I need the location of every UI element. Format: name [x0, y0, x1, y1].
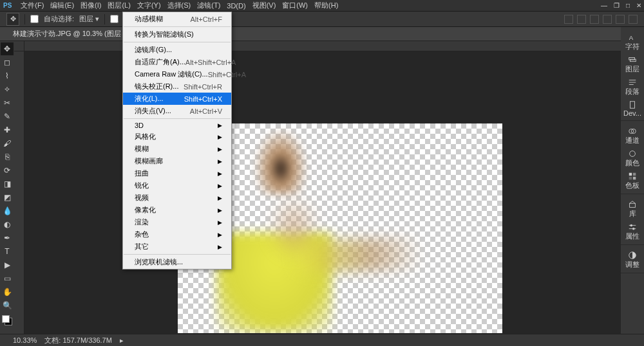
filter-menu-item[interactable]: 3D▶	[123, 120, 231, 131]
menu-item-shortcut: Alt+Ctrl+V	[190, 107, 222, 115]
show-transform-checkbox[interactable]	[110, 15, 118, 23]
menu-image[interactable]: 图像(I)	[77, 0, 104, 12]
gradient-tool[interactable]: ◩	[1, 191, 14, 204]
menu-item-label: 模糊	[135, 144, 149, 154]
move-tool[interactable]: ✥	[1, 42, 14, 55]
eraser-tool[interactable]: ◨	[1, 178, 14, 190]
filter-menu-item[interactable]: 液化(L)...Shift+Ctrl+X	[123, 93, 231, 105]
filter-menu-item[interactable]: 渲染▶	[123, 216, 231, 228]
auto-select-dropdown[interactable]: 图层 ▾	[79, 14, 99, 24]
panel-color[interactable]: 颜色	[621, 148, 644, 169]
menu-item-label: 转换为智能滤镜(S)	[135, 30, 194, 39]
panel-character[interactable]: A字符	[621, 32, 644, 53]
align-button[interactable]	[616, 15, 625, 24]
menu-item-label: 3D	[135, 122, 144, 129]
filter-menu-item[interactable]: 镜头校正(R)...Shift+Ctrl+R	[123, 80, 231, 93]
menu-3d[interactable]: 3D(D)	[223, 1, 249, 11]
filter-menu-item[interactable]: 视频▶	[123, 192, 231, 204]
history-brush-tool[interactable]: ⟳	[1, 164, 14, 177]
menu-window[interactable]: 窗口(W)	[279, 0, 311, 12]
healing-brush-tool[interactable]: ✚	[1, 123, 14, 136]
zoom-level[interactable]: 10.33%	[13, 336, 37, 344]
ruler-corner	[14, 41, 24, 51]
align-buttons	[564, 15, 638, 24]
blur-tool[interactable]: 💧	[1, 205, 14, 217]
panel-adjustments[interactable]: 调整	[621, 250, 644, 271]
menu-select[interactable]: 选择(S)	[164, 0, 194, 12]
align-button[interactable]	[603, 15, 612, 24]
panel-properties[interactable]: 属性	[621, 221, 644, 242]
filter-menu-item[interactable]: 动感模糊Alt+Ctrl+F	[123, 13, 231, 25]
menu-item-label: 模糊画廊	[135, 156, 163, 166]
panel-channels[interactable]: 通道	[621, 125, 644, 147]
submenu-arrow-icon: ▶	[218, 183, 222, 189]
filter-menu-item[interactable]: 风格化▶	[123, 131, 231, 143]
window-close-icon[interactable]: ✕	[636, 2, 641, 9]
move-tool-preset-icon[interactable]: ✥	[6, 13, 19, 26]
menu-layer[interactable]: 图层(L)	[104, 0, 133, 12]
clone-stamp-tool[interactable]: ⎘	[1, 150, 14, 163]
dodge-tool[interactable]: ◐	[1, 218, 14, 231]
marquee-tool[interactable]: ◻	[1, 56, 14, 69]
svg-rect-12	[629, 177, 632, 179]
eyedropper-tool[interactable]: ✎	[1, 110, 14, 123]
magic-wand-tool[interactable]: ✧	[1, 83, 14, 96]
color-swatch[interactable]	[2, 315, 12, 325]
panel-paragraph[interactable]: 段落	[621, 77, 644, 98]
filter-menu-item[interactable]: 自适应广角(A)...Alt+Shift+Ctrl+A	[123, 56, 231, 68]
hand-tool[interactable]: ✋	[1, 286, 14, 298]
submenu-arrow-icon: ▶	[218, 207, 222, 214]
menu-item-label: 滤镜库(G)...	[135, 45, 172, 55]
submenu-arrow-icon: ▶	[218, 219, 222, 226]
filter-menu-item[interactable]: 滤镜库(G)...	[123, 44, 231, 56]
panel-libraries[interactable]: 库	[621, 199, 644, 220]
auto-select-label: 自动选择:	[44, 14, 74, 24]
menu-file[interactable]: 文件(F)	[17, 0, 47, 12]
menu-help[interactable]: 帮助(H)	[311, 0, 341, 12]
menu-filter[interactable]: 滤镜(T)	[194, 0, 223, 12]
pen-tool[interactable]: ✒	[1, 232, 14, 244]
window-minimize-icon[interactable]: —	[601, 2, 607, 9]
align-button[interactable]	[590, 15, 599, 24]
auto-select-checkbox[interactable]	[30, 15, 39, 23]
shape-tool[interactable]: ▭	[1, 272, 14, 285]
filter-menu-item[interactable]: 消失点(V)...Alt+Ctrl+V	[123, 105, 231, 117]
menu-view[interactable]: 视图(V)	[249, 0, 279, 12]
brush-tool[interactable]: 🖌	[1, 137, 14, 150]
path-select-tool[interactable]: ▶	[1, 259, 14, 271]
filter-menu-item[interactable]: Camera Raw 滤镜(C)...Shift+Ctrl+A	[123, 68, 231, 80]
filter-menu-item[interactable]: 模糊▶	[123, 143, 231, 155]
crop-tool[interactable]: ✂	[1, 96, 14, 109]
menu-edit[interactable]: 编辑(E)	[47, 0, 77, 12]
filter-menu-item[interactable]: 其它▶	[123, 241, 231, 253]
filter-menu-item[interactable]: 杂色▶	[123, 228, 231, 241]
foreground-color[interactable]	[2, 315, 10, 323]
doc-info-arrow[interactable]: ▸	[120, 336, 124, 345]
menu-type[interactable]: 文字(Y)	[134, 0, 164, 12]
window-restore-icon[interactable]: ❐	[614, 2, 620, 9]
doc-info[interactable]: 文档: 157.7M/336.7M	[44, 336, 112, 345]
align-button[interactable]	[629, 15, 638, 24]
panel-device-preview[interactable]: Dev...	[621, 99, 644, 118]
align-button[interactable]	[577, 15, 586, 24]
lasso-tool[interactable]: ⌇	[1, 69, 14, 82]
filter-menu-item[interactable]: 浏览联机滤镜...	[123, 256, 231, 268]
menu-item-label: 锐化	[135, 181, 149, 190]
window-maximize-icon[interactable]: □	[626, 2, 630, 9]
submenu-arrow-icon: ▶	[218, 244, 222, 250]
menu-item-label: 其它	[135, 242, 149, 251]
zoom-tool[interactable]: 🔍	[1, 299, 14, 312]
filter-menu-item[interactable]: 扭曲▶	[123, 167, 231, 179]
align-button[interactable]	[564, 15, 573, 24]
menu-separator	[124, 26, 231, 27]
panel-swatches[interactable]: 色板	[621, 170, 644, 192]
submenu-arrow-icon: ▶	[218, 195, 222, 201]
menu-item-label: 消失点(V)...	[135, 106, 171, 116]
filter-menu-item[interactable]: 模糊画廊▶	[123, 155, 231, 167]
panel-layers[interactable]: 图层	[621, 54, 644, 75]
submenu-arrow-icon: ▶	[218, 146, 222, 152]
filter-menu-item[interactable]: 转换为智能滤镜(S)	[123, 28, 231, 41]
type-tool[interactable]: T	[1, 245, 14, 258]
filter-menu-item[interactable]: 锐化▶	[123, 179, 231, 192]
filter-menu-item[interactable]: 像素化▶	[123, 204, 231, 216]
